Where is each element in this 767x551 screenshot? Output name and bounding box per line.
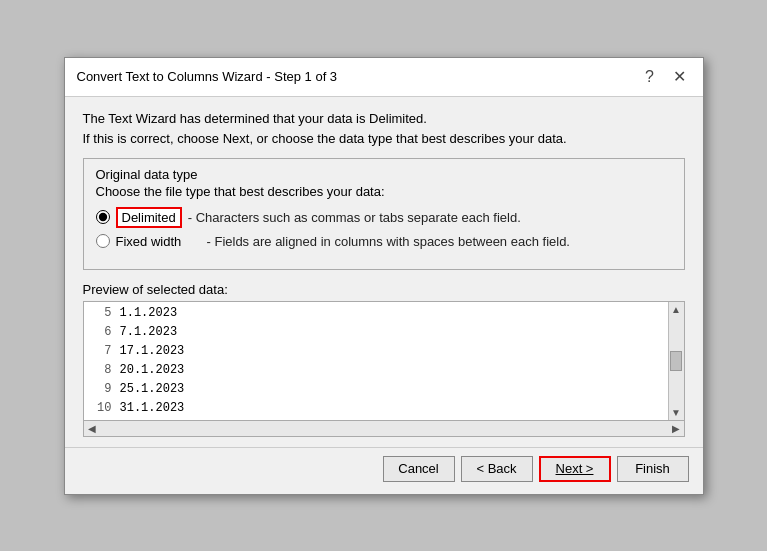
table-row: 8 20.1.2023 [84,361,668,380]
group-label: Original data type [96,167,198,182]
row-data: 20.1.2023 [120,363,185,377]
intro-line1: The Text Wizard has determined that your… [83,111,685,126]
preview-label: Preview of selected data: [83,282,685,297]
fixedwidth-label[interactable]: Fixed width [116,234,201,249]
row-num: 6 [88,325,112,339]
table-row: 7 17.1.2023 [84,342,668,361]
preview-section: Preview of selected data: 5 1.1.2023 6 7… [83,282,685,437]
original-data-type-group: Original data type Choose the file type … [83,158,685,270]
close-button[interactable]: ✕ [669,66,691,88]
wizard-dialog: Convert Text to Columns Wizard - Step 1 … [64,57,704,495]
vertical-scrollbar[interactable]: ▲ ▼ [668,302,684,420]
dialog-title: Convert Text to Columns Wizard - Step 1 … [77,69,338,84]
preview-content: 5 1.1.2023 6 7.1.2023 7 17.1.2023 8 20.1… [84,302,668,420]
delimited-label[interactable]: Delimited [116,207,182,228]
table-row: 9 25.1.2023 [84,380,668,399]
table-row: 10 31.1.2023 [84,399,668,418]
next-button[interactable]: Next > [539,456,611,482]
intro-line2: If this is correct, choose Next, or choo… [83,131,685,146]
row-data: 25.1.2023 [120,382,185,396]
row-num: 7 [88,344,112,358]
cancel-button[interactable]: Cancel [383,456,455,482]
scroll-thumb[interactable] [670,351,682,371]
fixedwidth-radio[interactable] [96,234,110,248]
row-data: 7.1.2023 [120,325,178,339]
table-row: 5 1.1.2023 [84,304,668,323]
finish-button[interactable]: Finish [617,456,689,482]
row-num: 9 [88,382,112,396]
help-button[interactable]: ? [639,66,661,88]
horizontal-scrollbar[interactable]: ◀ ▶ [83,421,685,437]
option-fixedwidth-row: Fixed width - Fields are aligned in colu… [96,234,672,249]
scroll-left-arrow[interactable]: ◀ [84,423,100,434]
title-bar: Convert Text to Columns Wizard - Step 1 … [65,58,703,97]
scroll-right-arrow[interactable]: ▶ [668,423,684,434]
row-data: 17.1.2023 [120,344,185,358]
dialog-body: The Text Wizard has determined that your… [65,97,703,447]
title-bar-left: Convert Text to Columns Wizard - Step 1 … [77,69,338,84]
delimited-radio[interactable] [96,210,110,224]
scroll-track-h [100,421,668,436]
scroll-down-arrow[interactable]: ▼ [671,407,681,418]
dialog-footer: Cancel < Back Next > Finish [65,447,703,494]
row-num: 10 [88,401,112,415]
row-data: 1.1.2023 [120,306,178,320]
scroll-up-arrow[interactable]: ▲ [671,304,681,315]
row-num: 8 [88,363,112,377]
fixedwidth-desc: - Fields are aligned in columns with spa… [207,234,570,249]
delimited-desc: - Characters such as commas or tabs sepa… [188,210,521,225]
row-data: 31.1.2023 [120,401,185,415]
title-bar-right: ? ✕ [639,66,691,88]
back-button[interactable]: < Back [461,456,533,482]
option-delimited-row: Delimited - Characters such as commas or… [96,207,672,228]
table-row: 6 7.1.2023 [84,323,668,342]
preview-box: 5 1.1.2023 6 7.1.2023 7 17.1.2023 8 20.1… [83,301,685,421]
choose-label: Choose the file type that best describes… [96,184,672,199]
row-num: 5 [88,306,112,320]
